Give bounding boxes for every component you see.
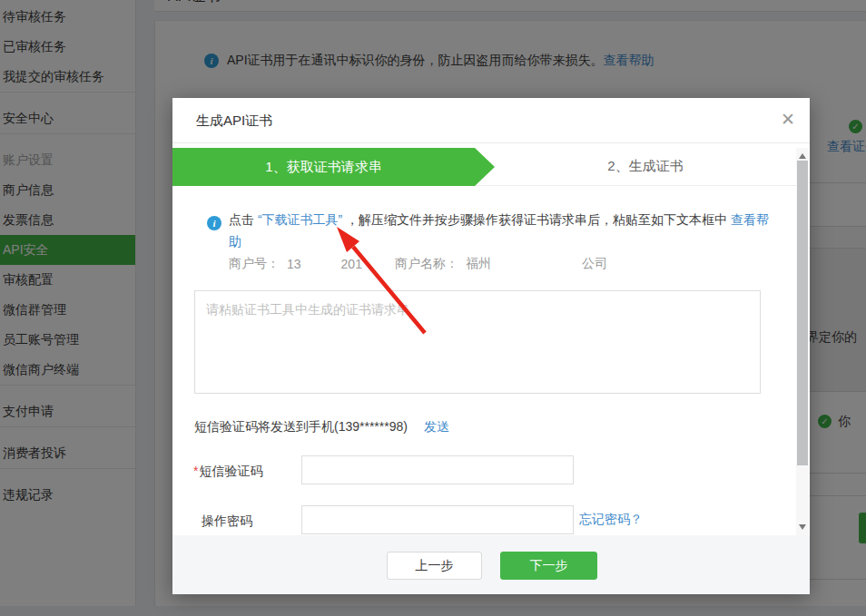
dialog-footer: 上一步 下一步	[172, 535, 810, 594]
scroll-down-icon[interactable]	[799, 524, 806, 530]
scrollbar-thumb[interactable]	[797, 161, 808, 465]
previous-step-button[interactable]: 上一步	[387, 552, 482, 580]
dialog-title: 生成API证书	[196, 112, 272, 130]
modal-scrollbar[interactable]	[796, 148, 809, 535]
step-tabs: 1、获取证书请求串 2、生成证书	[172, 148, 796, 186]
merchant-name-label: 商户名称：	[395, 256, 458, 272]
merchant-info-row: 商户号： 13 201 商户名称： 福州 公司	[229, 256, 607, 272]
scroll-up-icon[interactable]	[799, 153, 806, 159]
cert-request-string-textarea[interactable]	[194, 290, 761, 394]
operation-password-label: 操作密码	[202, 513, 252, 530]
info-icon: i	[207, 216, 221, 230]
sms-code-input[interactable]	[301, 455, 574, 484]
sms-hint-text: 短信验证码将发送到手机(139******98)	[194, 419, 408, 434]
step-arrow-icon	[475, 148, 495, 186]
tab-step2-generate-cert[interactable]: 2、生成证书	[495, 148, 796, 185]
instructions-prefix: 点击	[229, 212, 258, 227]
required-mark: *	[193, 464, 198, 478]
screen: 待审核任务 已审核任务 我提交的审核任务 安全中心 账户设置 商户信息 发票信息…	[0, 0, 866, 616]
send-sms-link[interactable]: 发送	[424, 419, 449, 434]
merchant-name-prefix: 福州	[466, 256, 491, 272]
sms-code-label-text: 短信验证码	[199, 464, 262, 478]
close-icon[interactable]: ✕	[781, 109, 795, 131]
sms-hint-row: 短信验证码将发送到手机(139******98)发送	[194, 419, 449, 435]
operation-password-input[interactable]	[301, 505, 574, 534]
operation-password-label-text: 操作密码	[202, 513, 252, 528]
merchant-id-suffix: 201	[341, 257, 362, 271]
merchant-id-label: 商户号：	[229, 256, 280, 272]
dialog-header: 生成API证书 ✕	[172, 98, 810, 143]
instructions-middle: ，解压缩文件并按步骤操作获得证书请求串后，粘贴至如下文本框中	[342, 212, 731, 227]
tab-step1-get-request-string[interactable]: 1、获取证书请求串	[172, 148, 475, 186]
merchant-id-prefix: 13	[287, 257, 301, 271]
generate-api-cert-dialog: 生成API证书 ✕ 1、获取证书请求串 2、生成证书 i 点击 “下载证书工具”…	[172, 98, 810, 594]
forgot-password-link[interactable]: 忘记密码？	[579, 512, 643, 528]
dialog-instructions: 点击 “下载证书工具” ，解压缩文件并按步骤操作获得证书请求串后，粘贴至如下文本…	[229, 209, 773, 252]
merchant-name-suffix: 公司	[582, 256, 607, 272]
sms-code-label: *短信验证码	[193, 464, 262, 480]
download-cert-tool-link[interactable]: “下载证书工具”	[258, 212, 342, 227]
next-step-button[interactable]: 下一步	[500, 552, 597, 580]
